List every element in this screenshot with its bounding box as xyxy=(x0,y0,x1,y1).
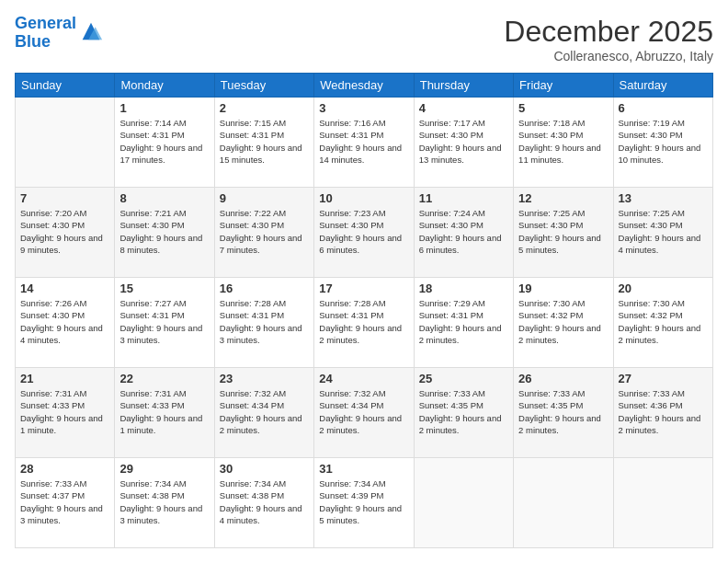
calendar-cell: 20Sunrise: 7:30 AMSunset: 4:32 PMDayligh… xyxy=(613,278,712,368)
day-info: Sunrise: 7:20 AMSunset: 4:30 PMDaylight:… xyxy=(20,207,109,256)
day-info: Sunrise: 7:16 AMSunset: 4:31 PMDaylight:… xyxy=(319,117,408,166)
calendar-cell: 21Sunrise: 7:31 AMSunset: 4:33 PMDayligh… xyxy=(16,368,115,458)
day-info: Sunrise: 7:34 AMSunset: 4:39 PMDaylight:… xyxy=(319,477,408,526)
calendar-cell xyxy=(613,458,712,548)
calendar-cell: 7Sunrise: 7:20 AMSunset: 4:30 PMDaylight… xyxy=(16,188,115,278)
calendar-week-4: 21Sunrise: 7:31 AMSunset: 4:33 PMDayligh… xyxy=(16,368,713,458)
page: General Blue December 2025 Colleranesco,… xyxy=(0,0,728,563)
day-info: Sunrise: 7:31 AMSunset: 4:33 PMDaylight:… xyxy=(20,387,109,436)
day-info: Sunrise: 7:28 AMSunset: 4:31 PMDaylight:… xyxy=(319,297,408,346)
logo-text: General Blue xyxy=(15,15,76,52)
logo: General Blue xyxy=(15,15,104,52)
day-number: 19 xyxy=(518,282,608,295)
day-number: 23 xyxy=(220,372,309,385)
day-number: 17 xyxy=(319,282,408,295)
day-info: Sunrise: 7:21 AMSunset: 4:30 PMDaylight:… xyxy=(119,207,209,256)
calendar-cell: 6Sunrise: 7:19 AMSunset: 4:30 PMDaylight… xyxy=(613,98,712,188)
weekday-header-monday: Monday xyxy=(115,74,214,98)
logo-line2: Blue xyxy=(15,32,51,51)
day-number: 31 xyxy=(319,462,408,476)
calendar-week-2: 7Sunrise: 7:20 AMSunset: 4:30 PMDaylight… xyxy=(16,188,713,278)
logo-icon xyxy=(78,18,104,44)
day-number: 24 xyxy=(319,372,408,385)
month-title: December 2025 xyxy=(504,15,713,49)
calendar-week-1: 1Sunrise: 7:14 AMSunset: 4:31 PMDaylight… xyxy=(16,98,713,188)
weekday-header-tuesday: Tuesday xyxy=(214,74,313,98)
calendar-cell xyxy=(414,458,513,548)
day-number: 22 xyxy=(119,372,209,385)
day-info: Sunrise: 7:18 AMSunset: 4:30 PMDaylight:… xyxy=(518,117,608,166)
calendar-cell: 24Sunrise: 7:32 AMSunset: 4:34 PMDayligh… xyxy=(314,368,414,458)
day-info: Sunrise: 7:19 AMSunset: 4:30 PMDaylight:… xyxy=(619,117,708,166)
day-info: Sunrise: 7:29 AMSunset: 4:31 PMDaylight:… xyxy=(419,297,508,346)
title-section: December 2025 Colleranesco, Abruzzo, Ita… xyxy=(504,15,713,63)
header: General Blue December 2025 Colleranesco,… xyxy=(15,15,713,63)
day-number: 29 xyxy=(119,462,209,476)
day-info: Sunrise: 7:33 AMSunset: 4:35 PMDaylight:… xyxy=(419,387,508,436)
calendar-cell: 12Sunrise: 7:25 AMSunset: 4:30 PMDayligh… xyxy=(514,188,613,278)
calendar-cell: 15Sunrise: 7:27 AMSunset: 4:31 PMDayligh… xyxy=(115,278,214,368)
day-info: Sunrise: 7:27 AMSunset: 4:31 PMDaylight:… xyxy=(119,297,209,346)
day-number: 2 xyxy=(220,101,309,115)
calendar-cell: 16Sunrise: 7:28 AMSunset: 4:31 PMDayligh… xyxy=(214,278,313,368)
calendar-cell: 5Sunrise: 7:18 AMSunset: 4:30 PMDaylight… xyxy=(514,98,613,188)
calendar-header-row: SundayMondayTuesdayWednesdayThursdayFrid… xyxy=(16,74,713,98)
calendar-cell: 27Sunrise: 7:33 AMSunset: 4:36 PMDayligh… xyxy=(613,368,712,458)
day-number: 27 xyxy=(619,372,708,385)
calendar-cell: 29Sunrise: 7:34 AMSunset: 4:38 PMDayligh… xyxy=(115,458,214,548)
day-number: 21 xyxy=(20,372,109,385)
day-info: Sunrise: 7:25 AMSunset: 4:30 PMDaylight:… xyxy=(518,207,608,256)
calendar-cell: 31Sunrise: 7:34 AMSunset: 4:39 PMDayligh… xyxy=(314,458,414,548)
day-number: 3 xyxy=(319,101,408,115)
calendar-cell: 3Sunrise: 7:16 AMSunset: 4:31 PMDaylight… xyxy=(314,98,414,188)
calendar-cell: 26Sunrise: 7:33 AMSunset: 4:35 PMDayligh… xyxy=(514,368,613,458)
weekday-header-wednesday: Wednesday xyxy=(314,74,414,98)
day-number: 11 xyxy=(419,191,508,205)
calendar-cell: 25Sunrise: 7:33 AMSunset: 4:35 PMDayligh… xyxy=(414,368,513,458)
calendar-cell: 14Sunrise: 7:26 AMSunset: 4:30 PMDayligh… xyxy=(16,278,115,368)
day-number: 14 xyxy=(20,282,109,295)
calendar-cell: 4Sunrise: 7:17 AMSunset: 4:30 PMDaylight… xyxy=(414,98,513,188)
weekday-header-thursday: Thursday xyxy=(414,74,513,98)
day-number: 12 xyxy=(518,191,608,205)
calendar-cell: 2Sunrise: 7:15 AMSunset: 4:31 PMDaylight… xyxy=(214,98,313,188)
calendar-cell xyxy=(16,98,115,188)
day-info: Sunrise: 7:17 AMSunset: 4:30 PMDaylight:… xyxy=(419,117,508,166)
calendar-cell: 18Sunrise: 7:29 AMSunset: 4:31 PMDayligh… xyxy=(414,278,513,368)
day-info: Sunrise: 7:34 AMSunset: 4:38 PMDaylight:… xyxy=(119,477,209,526)
day-info: Sunrise: 7:33 AMSunset: 4:35 PMDaylight:… xyxy=(518,387,608,436)
subtitle: Colleranesco, Abruzzo, Italy xyxy=(504,49,713,63)
day-number: 13 xyxy=(619,191,708,205)
day-number: 6 xyxy=(619,101,708,115)
day-info: Sunrise: 7:33 AMSunset: 4:37 PMDaylight:… xyxy=(20,477,109,526)
day-info: Sunrise: 7:33 AMSunset: 4:36 PMDaylight:… xyxy=(619,387,708,436)
day-info: Sunrise: 7:25 AMSunset: 4:30 PMDaylight:… xyxy=(619,207,708,256)
day-number: 1 xyxy=(119,101,209,115)
day-info: Sunrise: 7:28 AMSunset: 4:31 PMDaylight:… xyxy=(220,297,309,346)
day-number: 30 xyxy=(220,462,309,476)
day-number: 8 xyxy=(119,191,209,205)
day-info: Sunrise: 7:23 AMSunset: 4:30 PMDaylight:… xyxy=(319,207,408,256)
day-number: 16 xyxy=(220,282,309,295)
day-info: Sunrise: 7:31 AMSunset: 4:33 PMDaylight:… xyxy=(119,387,209,436)
calendar-cell: 23Sunrise: 7:32 AMSunset: 4:34 PMDayligh… xyxy=(214,368,313,458)
day-number: 10 xyxy=(319,191,408,205)
calendar-cell: 22Sunrise: 7:31 AMSunset: 4:33 PMDayligh… xyxy=(115,368,214,458)
day-info: Sunrise: 7:30 AMSunset: 4:32 PMDaylight:… xyxy=(619,297,708,346)
calendar: SundayMondayTuesdayWednesdayThursdayFrid… xyxy=(15,73,713,548)
weekday-header-saturday: Saturday xyxy=(613,74,712,98)
day-info: Sunrise: 7:14 AMSunset: 4:31 PMDaylight:… xyxy=(119,117,209,166)
day-info: Sunrise: 7:34 AMSunset: 4:38 PMDaylight:… xyxy=(220,477,309,526)
calendar-cell: 11Sunrise: 7:24 AMSunset: 4:30 PMDayligh… xyxy=(414,188,513,278)
day-number: 28 xyxy=(20,462,109,476)
calendar-cell xyxy=(514,458,613,548)
calendar-week-3: 14Sunrise: 7:26 AMSunset: 4:30 PMDayligh… xyxy=(16,278,713,368)
day-info: Sunrise: 7:22 AMSunset: 4:30 PMDaylight:… xyxy=(220,207,309,256)
calendar-cell: 17Sunrise: 7:28 AMSunset: 4:31 PMDayligh… xyxy=(314,278,414,368)
day-number: 25 xyxy=(419,372,508,385)
calendar-cell: 9Sunrise: 7:22 AMSunset: 4:30 PMDaylight… xyxy=(214,188,313,278)
day-number: 20 xyxy=(619,282,708,295)
weekday-header-friday: Friday xyxy=(514,74,613,98)
calendar-week-5: 28Sunrise: 7:33 AMSunset: 4:37 PMDayligh… xyxy=(16,458,713,548)
day-number: 9 xyxy=(220,191,309,205)
